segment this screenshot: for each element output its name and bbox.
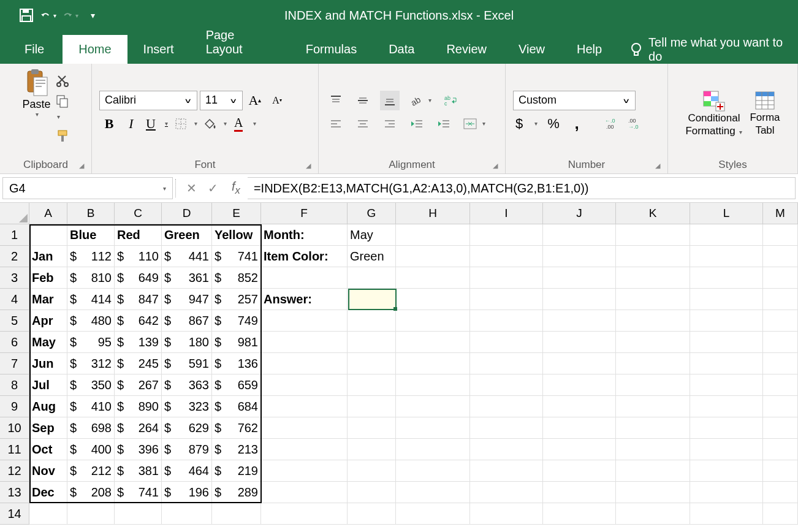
cell[interactable] [616,267,690,289]
cell[interactable]: $847 [115,289,162,310]
col-header-B[interactable]: B [67,203,115,224]
tab-view[interactable]: View [503,35,561,64]
cell[interactable]: Apr [29,310,67,332]
cell[interactable] [261,417,348,439]
align-left-icon[interactable] [326,114,346,134]
cell[interactable]: $ 136 [212,353,261,374]
row-header-6[interactable]: 6 [0,332,29,353]
cell[interactable]: $947 [162,289,212,310]
cell[interactable]: $400 [67,439,115,460]
row-header-3[interactable]: 3 [0,267,29,289]
cell[interactable] [690,310,763,332]
col-header-A[interactable]: A [29,203,67,224]
merge-center-icon[interactable]: ▾ [461,114,488,134]
row-header-9[interactable]: 9 [0,396,29,417]
font-name-selector[interactable]: Calibri∨ [99,91,197,110]
cell[interactable]: $180 [162,332,212,353]
cell[interactable] [29,224,67,246]
cell[interactable]: Green [348,246,396,267]
cell[interactable] [763,246,798,267]
increase-indent-icon[interactable] [434,114,454,134]
row-header-10[interactable]: 10 [0,417,29,439]
cell[interactable]: $698 [67,417,115,439]
tab-home[interactable]: Home [63,35,127,64]
tab-help[interactable]: Help [561,35,618,64]
decrease-indent-icon[interactable] [407,114,427,134]
row-header-13[interactable]: 13 [0,482,29,503]
cell[interactable] [763,417,798,439]
cell[interactable] [67,503,115,525]
cell[interactable]: Jan [29,246,67,267]
row-header-8[interactable]: 8 [0,374,29,396]
cell[interactable]: $591 [162,353,212,374]
font-color-button[interactable]: A▾ [232,114,259,134]
cell[interactable] [690,460,763,482]
cell[interactable] [543,332,616,353]
cell[interactable] [616,396,690,417]
font-size-selector[interactable]: 11∨ [200,91,243,110]
cell[interactable] [543,267,616,289]
cell[interactable] [763,396,798,417]
cut-icon[interactable] [56,74,69,87]
cell[interactable] [543,396,616,417]
align-center-icon[interactable] [353,114,373,134]
cell[interactable] [763,460,798,482]
format-as-table-button[interactable]: Forma Tabl [750,91,780,137]
cell[interactable]: $ 180 [348,289,396,310]
cell[interactable]: May [29,332,67,353]
tab-file[interactable]: File [6,35,63,64]
borders-button[interactable]: ▾ [173,114,200,134]
dialog-launcher-icon[interactable]: ◢ [79,162,84,170]
cell[interactable]: $208 [67,482,115,503]
orientation-icon[interactable]: ab▾ [407,91,434,110]
col-header-E[interactable]: E [212,203,261,224]
cell[interactable] [348,503,396,525]
align-bottom-icon[interactable] [380,91,400,110]
cell[interactable] [543,374,616,396]
align-right-icon[interactable] [380,114,400,134]
cell[interactable]: $ 257 [212,289,261,310]
cell[interactable] [543,224,616,246]
cell[interactable] [616,332,690,353]
cell[interactable]: $414 [67,289,115,310]
cell[interactable]: Nov [29,460,67,482]
cell[interactable] [616,246,690,267]
cell[interactable]: Month: [261,224,348,246]
cell[interactable] [396,417,470,439]
cell[interactable]: $212 [67,460,115,482]
cell[interactable]: $196 [162,482,212,503]
cell[interactable] [261,374,348,396]
cell[interactable]: $ 741 [212,246,261,267]
cell[interactable] [396,246,470,267]
select-all-button[interactable] [0,203,29,224]
copy-icon[interactable]: ▾ [56,94,69,122]
row-header-2[interactable]: 2 [0,246,29,267]
cell[interactable] [763,289,798,310]
cell[interactable] [616,289,690,310]
cell[interactable] [396,503,470,525]
cell[interactable] [212,503,261,525]
cell[interactable] [690,224,763,246]
cell[interactable] [261,332,348,353]
cell[interactable]: Aug [29,396,67,417]
cell[interactable] [690,439,763,460]
cell[interactable] [616,310,690,332]
cell[interactable] [470,460,543,482]
cell[interactable]: $642 [115,310,162,332]
cell[interactable]: $ 852 [212,267,261,289]
row-header-1[interactable]: 1 [0,224,29,246]
cell[interactable] [690,417,763,439]
accounting-format-button[interactable]: $▾ [513,114,540,134]
col-header-G[interactable]: G [348,203,396,224]
cell[interactable]: $649 [115,267,162,289]
cell[interactable] [470,310,543,332]
cell[interactable] [763,224,798,246]
cell[interactable]: $ 684 [212,396,261,417]
cell[interactable] [29,503,67,525]
cell[interactable] [396,353,470,374]
increase-font-icon[interactable]: A▴ [245,91,265,110]
cell[interactable] [470,503,543,525]
cell[interactable] [763,482,798,503]
cell[interactable] [616,374,690,396]
cell[interactable] [543,246,616,267]
